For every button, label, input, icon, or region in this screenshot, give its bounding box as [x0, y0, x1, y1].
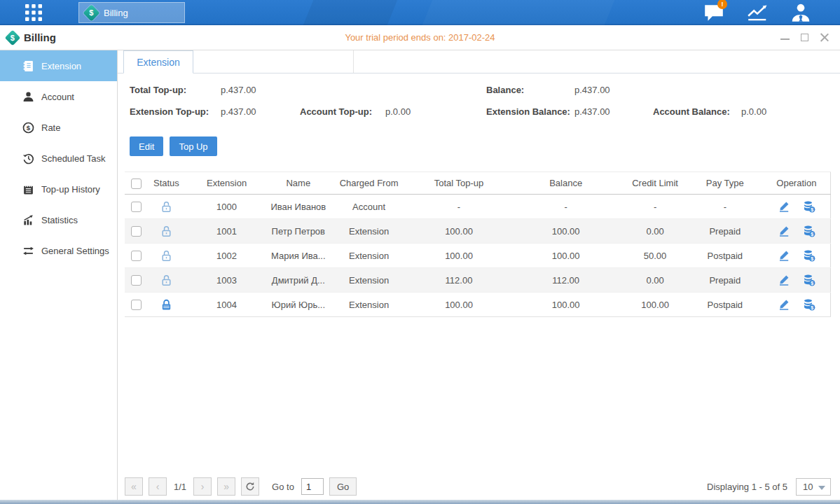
refresh-button[interactable] — [241, 477, 259, 496]
billing-window-icon: $ — [5, 29, 21, 46]
sidebar-item-extension[interactable]: Extension — [0, 50, 117, 81]
cell-extension: 1000 — [186, 195, 268, 219]
topup-history-icon — [22, 183, 34, 195]
tab-extension[interactable]: Extension — [123, 50, 193, 74]
cell-operation: $ — [763, 195, 831, 219]
sidebar-item-label: Scheduled Task — [41, 153, 106, 164]
minimize-icon[interactable] — [780, 33, 790, 42]
row-checkbox[interactable] — [131, 275, 142, 286]
cell-total-topup: 100.00 — [409, 244, 509, 268]
topup-coins-icon[interactable]: $ — [803, 249, 815, 262]
edit-icon[interactable] — [778, 274, 790, 286]
topup-coins-icon[interactable]: $ — [803, 298, 815, 311]
reports-button[interactable] — [746, 2, 769, 23]
table-row: 1000Иван ИвановAccount----$ — [125, 195, 831, 219]
table-row: 1002Мария Ива...Extension100.00100.0050.… — [125, 244, 831, 268]
lock-status-icon — [160, 298, 173, 309]
account-topup-label: Account Top-up: — [300, 106, 372, 117]
cell-charged-from: Extension — [329, 219, 409, 244]
goto-page-input[interactable] — [301, 478, 324, 495]
line-chart-icon — [746, 1, 769, 24]
col-total-topup: Total Top-up — [409, 172, 509, 195]
apps-grid-icon[interactable] — [25, 4, 43, 22]
edit-icon[interactable] — [778, 298, 790, 311]
col-name: Name — [268, 172, 329, 195]
cell-operation: $ — [763, 244, 831, 268]
topup-coins-icon[interactable]: $ — [803, 200, 815, 213]
col-extension: Extension — [186, 172, 268, 195]
user-menu-button[interactable] — [790, 2, 812, 23]
cell-credit-limit: 0.00 — [623, 219, 687, 244]
sidebar-item-rate[interactable]: $ Rate — [0, 112, 117, 143]
topup-button[interactable]: Top Up — [170, 136, 216, 156]
cell-operation: $ — [763, 268, 831, 293]
prev-page-button[interactable]: ‹ — [149, 477, 167, 496]
sidebar-item-scheduled-task[interactable]: Scheduled Task — [0, 143, 117, 174]
notifications-button[interactable]: ! — [703, 2, 725, 23]
cell-credit-limit: - — [623, 195, 687, 219]
cell-status — [147, 219, 185, 244]
row-checkbox[interactable] — [131, 202, 142, 212]
window-title: Billing — [24, 31, 56, 43]
cell-balance: 100.00 — [509, 244, 623, 268]
sidebar-item-account[interactable]: Account — [0, 81, 117, 112]
edit-icon[interactable] — [778, 200, 790, 213]
sidebar-item-general-settings[interactable]: General Settings — [0, 235, 117, 266]
taskbar-tab-billing[interactable]: $ Billing — [78, 2, 185, 23]
topup-coins-icon[interactable]: $ — [803, 225, 815, 237]
cell-balance: 100.00 — [509, 219, 623, 244]
edit-icon[interactable] — [778, 249, 790, 262]
cell-extension: 1002 — [186, 244, 268, 268]
window-header: $ Billing Your trial period ends on: 201… — [0, 25, 840, 50]
extensions-table: Status Extension Name Charged From Total… — [125, 172, 831, 317]
sidebar-item-topup-history[interactable]: Top-up History — [0, 174, 117, 204]
user-icon — [790, 1, 812, 24]
billing-summary: Total Top-up: p.437.00 Balance: p.437.00… — [118, 74, 840, 128]
balance-label: Balance: — [486, 85, 524, 95]
next-page-button[interactable]: › — [193, 477, 212, 496]
page-size-select[interactable]: 10 — [796, 478, 831, 496]
pagination-bar: « ‹ 1/1 › » Go to Go Displaying 1 - 5 of… — [125, 477, 831, 496]
cell-status — [147, 293, 185, 317]
account-icon — [22, 91, 34, 103]
first-page-button[interactable]: « — [125, 477, 143, 496]
topup-coins-icon[interactable]: $ — [803, 274, 815, 286]
cell-status — [147, 268, 185, 293]
go-button[interactable]: Go — [329, 477, 357, 496]
cell-name: Петр Петров — [268, 219, 329, 244]
extension-topup-label: Extension Top-up: — [130, 106, 209, 117]
row-checkbox[interactable] — [131, 226, 142, 237]
row-checkbox[interactable] — [131, 300, 142, 310]
cell-name: Иван Иванов — [268, 195, 329, 219]
cell-balance: 100.00 — [509, 293, 623, 317]
chevron-down-icon — [818, 486, 825, 490]
sidebar-item-label: General Settings — [41, 246, 109, 256]
general-settings-icon — [22, 245, 34, 257]
table-header-row: Status Extension Name Charged From Total… — [125, 172, 831, 195]
displaying-text: Displaying 1 - 5 of 5 — [707, 482, 787, 492]
cell-extension: 1003 — [186, 268, 268, 293]
lock-status-icon — [160, 225, 173, 235]
col-status: Status — [147, 172, 185, 195]
cell-extension: 1004 — [186, 293, 268, 317]
close-icon[interactable] — [820, 33, 829, 42]
window-bottom-edge — [0, 500, 840, 504]
table-row: 1001Петр ПетровExtension100.00100.000.00… — [125, 219, 831, 244]
col-credit-limit: Credit Limit — [623, 172, 687, 195]
row-checkbox[interactable] — [131, 251, 142, 261]
edit-icon[interactable] — [778, 225, 790, 237]
taskbar: $ Billing ! — [0, 0, 840, 25]
sidebar: Extension Account $ Rate Scheduled Task — [0, 50, 118, 500]
main-content: Extension Total Top-up: p.437.00 Balance… — [118, 50, 840, 500]
cell-balance: - — [509, 195, 623, 219]
edit-button[interactable]: Edit — [130, 136, 163, 156]
sidebar-item-statistics[interactable]: Statistics — [0, 204, 117, 235]
maximize-icon[interactable] — [800, 33, 809, 42]
last-page-button[interactable]: » — [217, 477, 235, 496]
cell-status — [147, 244, 185, 268]
extension-topup-value: p.437.00 — [221, 106, 256, 117]
select-all-checkbox[interactable] — [131, 178, 142, 189]
cell-charged-from: Extension — [329, 293, 409, 317]
trial-notice: Your trial period ends on: 2017-02-24 — [345, 32, 495, 43]
svg-text:$: $ — [27, 123, 31, 131]
